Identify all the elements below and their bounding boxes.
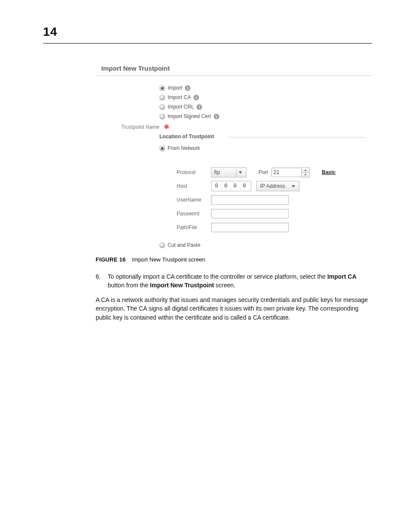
step-bold-screen-name: Import New Trustpoint <box>150 282 214 289</box>
username-label: UserName <box>177 197 211 203</box>
step-bold-import-ca: Import CA <box>327 273 357 280</box>
figure-caption: FIGURE 16 Import New Trustpoint screen <box>96 256 205 263</box>
header-rule <box>43 43 372 44</box>
radio-icon <box>159 95 165 100</box>
dialog-title: Import New Trustpoint <box>96 62 372 76</box>
radio-label: Cut and Paste <box>168 242 200 248</box>
figure-caption-text: Import New Trustpoint screen <box>132 256 205 263</box>
radio-import-crl[interactable]: Import CRL i <box>159 103 367 111</box>
radio-icon <box>159 243 165 248</box>
radio-icon <box>159 114 165 119</box>
step-text: To optionally import a CA certificate to… <box>108 273 327 280</box>
ip-octet: 0 <box>215 183 219 189</box>
chevron-down-icon <box>236 168 244 177</box>
radio-import[interactable]: Import i <box>159 84 367 92</box>
radio-icon <box>159 146 165 151</box>
radio-cut-and-paste[interactable]: Cut and Paste <box>159 242 367 248</box>
radio-icon <box>159 85 165 91</box>
step-text: button from the <box>108 282 150 289</box>
radio-label: Import <box>168 85 182 91</box>
host-ip-input[interactable]: 0. 0. 0. 0 <box>211 181 251 191</box>
body-paragraph: A CA is a network authority that issues … <box>96 296 371 322</box>
radio-from-network[interactable]: From Network <box>159 144 367 152</box>
radio-icon <box>159 104 165 110</box>
step-6: 6. To optionally import a CA certificate… <box>96 272 371 290</box>
radio-label: Import Signed Cert <box>168 113 211 119</box>
protocol-select[interactable]: ftp <box>211 167 246 177</box>
trustpoint-name-label: Trustpoint Name <box>101 124 163 130</box>
radio-import-signed[interactable]: Import Signed Cert i <box>159 112 367 121</box>
radio-label: Import CA <box>168 94 191 100</box>
arrow-down-icon: ▼ <box>302 173 309 177</box>
protocol-label: Protocol <box>177 169 211 175</box>
protocol-value: ftp <box>214 169 220 175</box>
import-trustpoint-screenshot: Import New Trustpoint Import i Import CA… <box>96 62 372 255</box>
password-label: Password <box>177 211 211 217</box>
info-icon[interactable]: i <box>214 114 219 119</box>
ip-octet: 0 <box>224 183 229 189</box>
step-text: screen. <box>214 282 236 289</box>
arrow-up-icon: ▲ <box>302 168 309 173</box>
radio-import-ca[interactable]: Import CA i <box>159 93 367 102</box>
chevron-down-icon <box>290 182 297 190</box>
username-input[interactable] <box>211 195 289 205</box>
port-stepper[interactable]: ▲ ▼ <box>301 167 310 177</box>
required-star-icon: ✱ <box>163 124 169 130</box>
port-label: Port <box>258 169 268 175</box>
host-label: Host <box>177 183 211 189</box>
location-legend: Location of Trustpoint <box>159 134 217 140</box>
info-icon[interactable]: i <box>185 85 190 91</box>
ip-type-select[interactable]: IP Address <box>256 181 299 191</box>
password-input[interactable] <box>211 209 289 218</box>
info-icon[interactable]: i <box>193 95 199 100</box>
ip-octet: 0 <box>243 183 247 189</box>
ip-octet: 0 <box>234 183 238 189</box>
radio-label: From Network <box>168 145 200 151</box>
radio-label: Import CRL <box>168 104 194 110</box>
pathfile-label: Path/File <box>177 224 211 230</box>
step-number: 6. <box>96 272 101 281</box>
info-icon[interactable]: i <box>196 104 202 110</box>
ip-type-value: IP Address <box>260 183 285 189</box>
figure-label: FIGURE 16 <box>96 256 126 263</box>
basic-link[interactable]: Basic <box>322 169 336 175</box>
port-input[interactable] <box>271 168 302 177</box>
page-number: 14 <box>43 25 57 39</box>
pathfile-input[interactable] <box>211 223 289 232</box>
